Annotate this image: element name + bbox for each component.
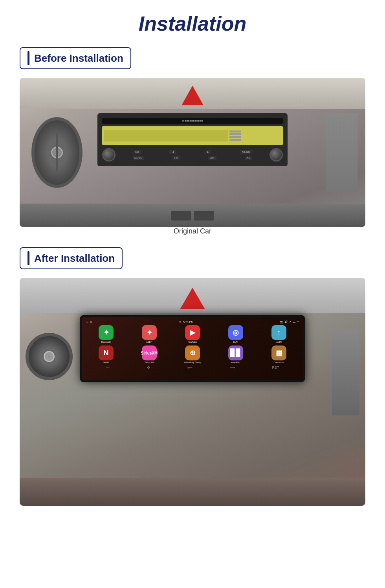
app-siriusxm[interactable]: SiriusXM SiriusXM xyxy=(128,345,170,364)
close-icon[interactable]: ✕ xyxy=(289,320,292,323)
badge-bar-before xyxy=(28,51,29,65)
after-installation-badge: After Installation xyxy=(20,247,123,269)
signal-icon: ▼ xyxy=(179,321,182,323)
volume-icon: 🔊 xyxy=(284,320,288,323)
bottom-nav-bar: — ⚙ ⟵ ⟶ RST xyxy=(85,364,300,371)
app-bluetooth[interactable]: ✦ Bluetooth xyxy=(85,325,127,343)
radio-screen xyxy=(102,126,283,145)
status-right: 📷 🔊 ✕ — ↩ xyxy=(280,320,299,323)
steering-spoke xyxy=(56,133,58,172)
app-amplifier[interactable]: ▊▊ Amplifier xyxy=(215,345,257,364)
android-head-unit: ⌂ ⊙ ▼ 5:28 PM 📷 🔊 ✕ — ↩ xyxy=(80,315,305,382)
dvr-label: DVR xyxy=(233,341,238,343)
radio-top-bar: ■ ■■■■■■■■■■■ xyxy=(102,118,283,124)
vent-right xyxy=(194,211,214,220)
radio-fm: FM xyxy=(172,156,180,160)
radio-row1: CD ◄ ► MENU xyxy=(119,150,266,154)
page-container: Installation Before Installation ■ ■■■■■… xyxy=(0,0,385,522)
right-panel xyxy=(326,113,358,192)
nav-item-5: RST xyxy=(272,366,279,369)
app-wheelkey[interactable]: ⊕ Wheelkey Study xyxy=(172,345,213,364)
bluetooth-icon: ✦ xyxy=(99,325,114,340)
app-youtube[interactable]: ▶ YouTube xyxy=(172,325,213,343)
status-bar: ⌂ ⊙ ▼ 5:28 PM 📷 🔊 ✕ — ↩ xyxy=(85,320,300,325)
car-interior-before: ■ ■■■■■■■■■■■ CD xyxy=(20,78,365,227)
radio-menu: MENU xyxy=(240,150,252,154)
app-avin[interactable]: ↑ AVIN xyxy=(258,325,300,343)
minimize-icon[interactable]: — xyxy=(293,321,295,323)
steering-wheel-after: ⊛ xyxy=(26,333,73,380)
steering-wheel xyxy=(31,117,82,188)
nav-item-1: — xyxy=(106,366,110,369)
back-icon[interactable]: ↩ xyxy=(297,320,299,323)
siriusxm-label: SiriusXM xyxy=(145,361,154,364)
app-calculator[interactable]: ▦ Calculator xyxy=(258,345,300,364)
a2dp-label: A2DP xyxy=(146,341,152,343)
radio-knob-right xyxy=(270,148,283,162)
dvr-icon: ◎ xyxy=(228,325,243,340)
app-dvr[interactable]: ◎ DVR xyxy=(215,325,257,343)
radio-rew: ◄ xyxy=(169,150,176,154)
home-icon[interactable]: ⌂ xyxy=(86,321,88,323)
amplifier-label: Amplifier xyxy=(231,361,240,364)
page-title: Installation xyxy=(20,12,365,35)
after-photo: ⊛ ⌂ ⊙ ▼ 5:28 PM xyxy=(20,278,365,506)
radio-cd: CD xyxy=(133,150,141,154)
status-center: ▼ 5:28 PM xyxy=(179,320,193,323)
car-interior-after: ⊛ ⌂ ⊙ ▼ 5:28 PM xyxy=(20,278,365,506)
radio-as: AS xyxy=(245,156,252,160)
siriusxm-icon: SiriusXM xyxy=(142,345,157,360)
radio-screen-inner xyxy=(104,130,228,141)
nav-item-4: ⟶ xyxy=(230,366,235,369)
radio-row2: MUTE FM AM AS xyxy=(119,156,266,160)
right-panel-after xyxy=(332,329,359,415)
netflix-label: Netflix xyxy=(103,361,110,364)
center-console-before: ■ ■■■■■■■■■■■ CD xyxy=(97,113,288,166)
after-installation-label: After Installation xyxy=(34,252,115,265)
calculator-label: Calculator xyxy=(273,361,284,364)
radio-mute: MUTE xyxy=(133,156,144,160)
radio-knob-left xyxy=(102,148,116,162)
status-time: 5:28 PM xyxy=(183,321,193,323)
before-installation-label: Before Installation xyxy=(34,52,123,64)
bottom-vents xyxy=(20,204,365,227)
youtube-label: YouTube xyxy=(188,341,197,343)
wifi-icon: ⊙ xyxy=(90,320,92,323)
app-netflix[interactable]: N Netflix xyxy=(85,345,127,364)
wheelkey-label: Wheelkey Study xyxy=(184,361,201,364)
before-caption: Original Car xyxy=(20,227,365,235)
netflix-icon: N xyxy=(99,345,114,360)
app-grid: ✦ Bluetooth ✦ A2DP ▶ YouTube ◎ xyxy=(85,325,300,364)
nav-item-2: ⚙ xyxy=(147,366,150,369)
bluetooth-label: Bluetooth xyxy=(101,341,111,343)
radio-controls: CD ◄ ► MENU MUTE FM AM AS xyxy=(102,148,283,162)
vent-left xyxy=(171,211,191,220)
engine-label: ⊛ xyxy=(45,352,53,361)
camera-icon: 📷 xyxy=(280,320,283,323)
radio-am: AM xyxy=(208,156,216,160)
hazard-triangle-before xyxy=(182,86,204,105)
before-installation-badge: Before Installation xyxy=(20,47,131,69)
nav-item-3: ⟵ xyxy=(187,366,192,369)
radio-fwd: ► xyxy=(205,150,211,154)
amplifier-icon: ▊▊ xyxy=(228,345,243,360)
a2dp-icon: ✦ xyxy=(142,325,157,340)
wheelkey-icon: ⊕ xyxy=(185,345,200,360)
avin-icon: ↑ xyxy=(271,325,286,340)
bottom-trim-after xyxy=(20,478,365,506)
android-screen: ⌂ ⊙ ▼ 5:28 PM 📷 🔊 ✕ — ↩ xyxy=(82,317,303,380)
steering-hub-after: ⊛ xyxy=(44,351,55,362)
badge-bar-after xyxy=(28,251,29,265)
avin-label: AVIN xyxy=(276,341,282,343)
before-photo: ■ ■■■■■■■■■■■ CD xyxy=(20,78,365,227)
app-a2dp[interactable]: ✦ A2DP xyxy=(128,325,170,343)
radio-mid: CD ◄ ► MENU MUTE FM AM AS xyxy=(119,150,266,160)
radio-right-controls xyxy=(229,130,241,141)
youtube-icon: ▶ xyxy=(185,325,200,340)
hazard-triangle-after xyxy=(180,288,205,309)
calculator-icon: ▦ xyxy=(271,345,286,360)
status-left: ⌂ ⊙ xyxy=(86,320,92,323)
